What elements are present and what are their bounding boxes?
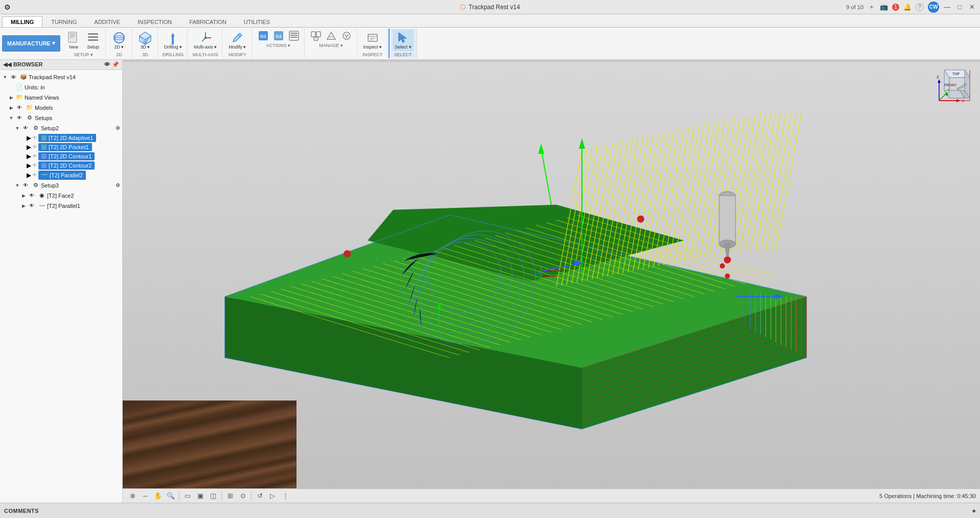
- notification-button[interactable]: 📺: [880, 3, 888, 11]
- tree-setup3[interactable]: ▼ 👁 ⚙ Setup3 ⚙: [0, 180, 122, 191]
- animation-button[interactable]: ▷: [267, 490, 278, 502]
- select-button[interactable]: Select ▾: [393, 30, 414, 51]
- user-avatar[interactable]: CW: [928, 2, 939, 13]
- tree-2d-pocket1[interactable]: ▶ 👁 [T2] 2D Pocket1: [0, 143, 122, 152]
- multiaxis-icon: [198, 31, 213, 45]
- face2-icon: ◉: [38, 192, 46, 200]
- close-button[interactable]: ✕: [968, 3, 976, 11]
- toolbar-sep2: [221, 491, 222, 501]
- manufacture-button[interactable]: MANUFACTURE ▾: [2, 35, 60, 52]
- expand-parallel1[interactable]: ▶: [20, 203, 27, 209]
- viewport[interactable]: TOP FRONT RIGHT Z X Y ⊕ ↔: [123, 60, 980, 503]
- expand-face2[interactable]: ▶: [20, 193, 27, 199]
- actions-g2-button[interactable]: G2: [271, 30, 286, 42]
- manage-btn1[interactable]: [309, 30, 323, 42]
- tab-fabrication[interactable]: FABRICATION: [180, 16, 235, 27]
- settings-button[interactable]: ⋮: [280, 490, 291, 502]
- expand-named-views[interactable]: ▶: [8, 95, 14, 101]
- display-mode-button[interactable]: ▭: [182, 490, 193, 502]
- manage-btn2[interactable]: [324, 30, 338, 42]
- expand-models[interactable]: ▶: [8, 105, 14, 111]
- browser-collapse-icon[interactable]: ◀◀: [3, 61, 11, 68]
- pocket1-label: [T2] 2D Pocket1: [49, 144, 89, 150]
- multiaxis-button[interactable]: Multi-axis ▾: [192, 30, 219, 51]
- setups-icon: ⚙: [26, 114, 34, 122]
- svg-marker-182: [938, 79, 941, 83]
- browser-header: ◀◀ BROWSER 👁 📌: [0, 60, 122, 70]
- help-button[interactable]: ?: [916, 3, 924, 11]
- tree-parallel2[interactable]: ▶ 👁 〰 [T2] Parallel2: [0, 170, 122, 180]
- view-cube[interactable]: TOP FRONT RIGHT Z X Y: [934, 65, 975, 106]
- home-view-button[interactable]: ⊕: [127, 490, 138, 502]
- tree-models[interactable]: ▶ 👁 📁 Models: [0, 103, 122, 113]
- actions-nc-button[interactable]: [287, 30, 301, 42]
- tab-utilities[interactable]: UTILITIES: [235, 16, 279, 27]
- zoom-button[interactable]: 🔍: [165, 490, 176, 502]
- bell-button[interactable]: 🔔: [903, 3, 911, 11]
- eye-setup2-icon: 👁: [21, 124, 30, 132]
- grid-button[interactable]: ⊞: [224, 490, 236, 502]
- minimize-button[interactable]: —: [943, 3, 951, 11]
- expand-contour2[interactable]: ▶: [27, 162, 31, 169]
- svg-rect-154: [719, 196, 736, 244]
- expand-contour1[interactable]: ▶: [27, 153, 31, 160]
- svg-rect-1: [70, 34, 75, 35]
- svg-point-16: [204, 37, 207, 39]
- tree-root[interactable]: ▼ 👁 📦 Trackpad Rest v14: [0, 72, 122, 82]
- orbit-button[interactable]: ↺: [254, 490, 265, 502]
- zoom-fit-button[interactable]: ↔: [140, 490, 151, 502]
- expand-setup3[interactable]: ▼: [14, 182, 20, 189]
- eye-face2-icon: 👁: [28, 192, 36, 200]
- comments-bar[interactable]: COMMENTS ●: [0, 503, 980, 518]
- tree-named-views[interactable]: ▶ 📁 Named Views: [0, 92, 122, 103]
- setup-list-button[interactable]: Setup: [84, 30, 102, 51]
- environments-button[interactable]: ◫: [208, 490, 219, 502]
- add-tab-button[interactable]: +: [868, 3, 876, 11]
- contour2-icon: [41, 163, 47, 168]
- modify-button[interactable]: Modify ▾: [226, 30, 248, 51]
- drilling-button[interactable]: Drilling ▾: [162, 30, 184, 51]
- expand-setup2[interactable]: ▼: [14, 125, 20, 131]
- manage-btn3[interactable]: [339, 30, 354, 42]
- browser-eye-icon[interactable]: 👁: [104, 61, 110, 67]
- actions-g1-button[interactable]: G1: [256, 30, 270, 42]
- pocket1-icon: [41, 145, 47, 150]
- tree-parallel1[interactable]: ▶ 👁 〰 [T2] Parallel1: [0, 201, 122, 211]
- woodgrain-texture: [123, 401, 297, 503]
- tree-face2[interactable]: ▶ 👁 ◉ [T2] Face2: [0, 191, 122, 201]
- pan-button[interactable]: ✋: [152, 490, 164, 502]
- snap-button[interactable]: ⊙: [237, 490, 248, 502]
- tree-2d-adaptive1[interactable]: ▶ 👁 [T2] 2D Adaptive1: [0, 133, 122, 143]
- contour1-icon: [41, 154, 47, 159]
- browser-pin-icon[interactable]: 📌: [112, 61, 119, 68]
- setup3-settings-icon[interactable]: ⚙: [116, 182, 120, 188]
- eye-setup3-icon: 👁: [21, 181, 30, 190]
- tab-additive[interactable]: ADDITIVE: [85, 16, 129, 27]
- maximize-button[interactable]: □: [955, 3, 964, 11]
- tree-2d-contour1[interactable]: ▶ 👁 [T2] 2D Contour1: [0, 152, 122, 161]
- expand-adaptive1[interactable]: ▶: [27, 134, 31, 142]
- expand-units: [8, 84, 14, 90]
- tree-2d-contour2[interactable]: ▶ 👁 [T2] 2D Contour2: [0, 161, 122, 170]
- adaptive1-chip: [T2] 2D Adaptive1: [38, 134, 96, 142]
- expand-setups[interactable]: ▼: [8, 115, 14, 121]
- models-icon: 📁: [26, 104, 34, 112]
- 3d-button[interactable]: 3D ▾: [136, 30, 154, 51]
- app-icon: ⚙: [4, 3, 11, 11]
- tab-milling[interactable]: MILLING: [2, 16, 42, 27]
- tree-setup2[interactable]: ▼ 👁 ⚙ Setup2 ⚙: [0, 123, 122, 133]
- tab-inspection[interactable]: INSPECTION: [129, 16, 180, 27]
- svg-rect-5: [88, 36, 98, 38]
- expand-root[interactable]: ▼: [2, 74, 8, 80]
- comments-close-icon[interactable]: ●: [972, 507, 976, 514]
- setup-new-button[interactable]: New: [64, 30, 83, 51]
- 2d-button[interactable]: 2D ▾: [110, 30, 128, 51]
- tab-turning[interactable]: TURNING: [42, 16, 85, 27]
- expand-parallel2[interactable]: ▶: [27, 172, 31, 179]
- setup2-settings-icon[interactable]: ⚙: [116, 125, 120, 131]
- eye-setups-icon: 👁: [15, 114, 24, 122]
- inspect-button[interactable]: Inspect ▾: [361, 30, 384, 51]
- expand-pocket1[interactable]: ▶: [27, 144, 31, 151]
- tree-setups[interactable]: ▼ 👁 ⚙ Setups: [0, 113, 122, 123]
- visual-style-button[interactable]: ▣: [195, 490, 206, 502]
